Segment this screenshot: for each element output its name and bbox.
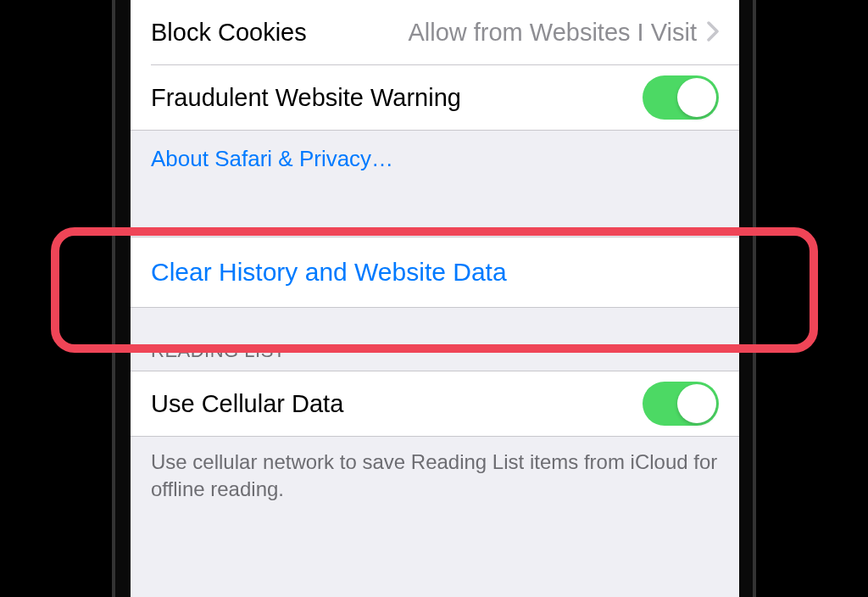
section-spacer: [131, 189, 739, 237]
toggle-knob-icon: [677, 384, 716, 423]
settings-screen: Block Cookies Allow from Websites I Visi…: [131, 0, 739, 597]
reading-list-header: READING LIST: [131, 308, 739, 371]
use-cellular-data-toggle[interactable]: [643, 382, 719, 426]
block-cookies-row[interactable]: Block Cookies Allow from Websites I Visi…: [131, 0, 739, 64]
use-cellular-data-label: Use Cellular Data: [151, 390, 343, 418]
about-safari-privacy-link[interactable]: About Safari & Privacy…: [131, 131, 739, 189]
fraudulent-warning-toggle[interactable]: [643, 75, 719, 120]
clear-history-button[interactable]: Clear History and Website Data: [131, 237, 739, 308]
toggle-knob-icon: [677, 78, 716, 117]
reading-list-footer: Use cellular network to save Reading Lis…: [131, 437, 739, 529]
block-cookies-label: Block Cookies: [151, 19, 307, 47]
fraudulent-warning-row[interactable]: Fraudulent Website Warning: [131, 65, 739, 130]
use-cellular-data-row[interactable]: Use Cellular Data: [131, 371, 739, 436]
block-cookies-value: Allow from Websites I Visit: [320, 19, 697, 47]
fraudulent-warning-label: Fraudulent Website Warning: [151, 84, 461, 112]
chevron-right-icon: [707, 19, 719, 46]
